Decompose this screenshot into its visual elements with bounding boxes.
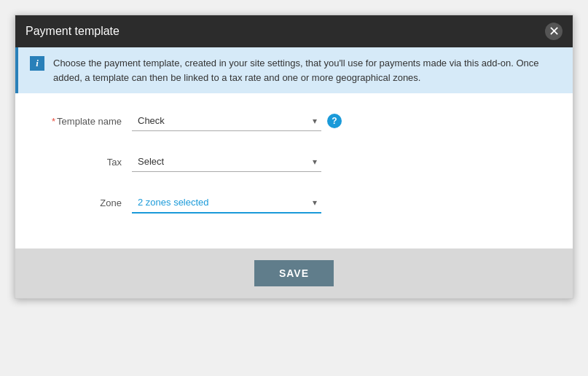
payment-template-dialog: Payment template ✕ i Choose the payment … xyxy=(15,15,573,299)
template-name-select[interactable]: Check xyxy=(132,111,321,131)
zone-row: Zone 2 zones selected xyxy=(44,192,544,214)
zone-label: Zone xyxy=(44,197,132,208)
tax-label: Tax xyxy=(44,157,132,168)
tax-select-wrapper: Select xyxy=(132,152,321,172)
template-name-row: Template name Check ? xyxy=(44,111,544,131)
tax-row: Tax Select xyxy=(44,152,544,172)
save-button[interactable]: SAVE xyxy=(254,260,334,286)
close-button[interactable]: ✕ xyxy=(545,23,562,40)
info-text: Choose the payment template, created in … xyxy=(53,56,561,85)
zone-select-wrapper: 2 zones selected xyxy=(132,192,321,214)
zone-select[interactable]: 2 zones selected xyxy=(132,192,321,212)
dialog-footer: SAVE xyxy=(15,248,573,298)
template-name-select-wrapper: Check xyxy=(132,111,321,131)
template-name-control: Check ? xyxy=(132,111,342,131)
info-bar: i Choose the payment template, created i… xyxy=(15,47,573,93)
tax-control: Select xyxy=(132,152,321,172)
zone-control: 2 zones selected xyxy=(132,192,321,214)
help-icon[interactable]: ? xyxy=(327,114,342,128)
tax-select[interactable]: Select xyxy=(132,152,321,172)
info-icon: i xyxy=(30,56,44,71)
dialog-title: Payment template xyxy=(26,25,119,38)
form-area: Template name Check ? Tax Select xyxy=(15,93,573,248)
dialog-header: Payment template ✕ xyxy=(15,15,573,47)
template-name-label: Template name xyxy=(44,116,132,127)
